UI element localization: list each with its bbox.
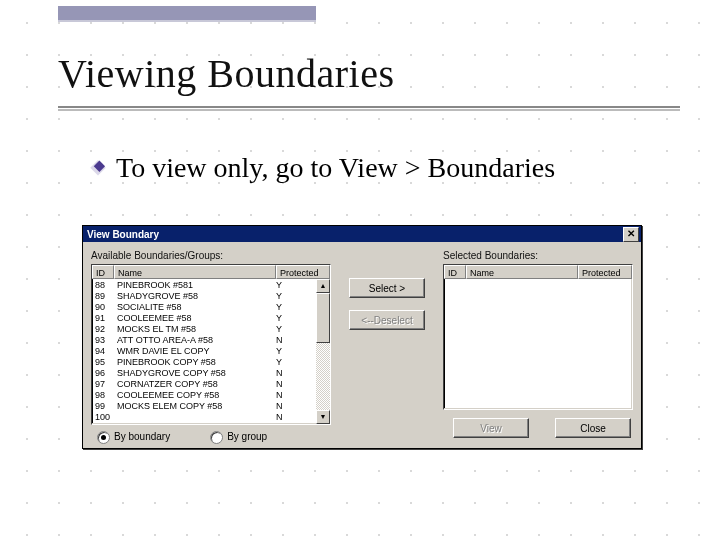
- col-protected[interactable]: Protected: [276, 265, 330, 279]
- col-id[interactable]: ID: [444, 265, 466, 279]
- selected-list-header: ID Name Protected: [444, 265, 632, 279]
- available-listbox[interactable]: ID Name Protected 88PINEBROOK #581Y89SHA…: [91, 264, 331, 425]
- list-item[interactable]: 93ATT OTTO AREA-A #58N: [92, 335, 330, 346]
- list-item[interactable]: 100N: [92, 412, 330, 423]
- list-item[interactable]: 95PINEBROOK COPY #58Y: [92, 357, 330, 368]
- view-boundary-dialog: View Boundary ✕ Available Boundaries/Gro…: [82, 225, 642, 449]
- radio-icon: [97, 431, 110, 444]
- col-name[interactable]: Name: [114, 265, 276, 279]
- scroll-thumb[interactable]: [316, 293, 330, 343]
- dialog-title: View Boundary: [87, 229, 159, 240]
- close-button[interactable]: Close: [555, 418, 631, 438]
- slide-accent-bar: [58, 6, 316, 22]
- list-item[interactable]: 98COOLEEMEE COPY #58N: [92, 390, 330, 401]
- list-item[interactable]: 92MOCKS EL TM #58Y: [92, 324, 330, 335]
- dialog-titlebar: View Boundary ✕: [83, 226, 641, 242]
- list-item[interactable]: 91COOLEEMEE #58Y: [92, 313, 330, 324]
- radio-by-group[interactable]: By group: [210, 431, 267, 444]
- list-item[interactable]: 97CORNATZER COPY #58N: [92, 379, 330, 390]
- selected-label: Selected Boundaries:: [443, 250, 633, 261]
- bullet-item: To view only, go to View > Boundaries: [90, 152, 555, 184]
- radio-by-boundary[interactable]: By boundary: [97, 431, 170, 444]
- close-icon: ✕: [627, 229, 635, 239]
- list-item[interactable]: 99MOCKS ELEM COPY #58N: [92, 401, 330, 412]
- title-underline: [58, 106, 680, 108]
- radio-icon: [210, 431, 223, 444]
- view-button[interactable]: View: [453, 418, 529, 438]
- dialog-close-button[interactable]: ✕: [623, 227, 639, 242]
- scroll-down-icon[interactable]: ▼: [316, 410, 330, 424]
- slide-title: Viewing Boundaries: [58, 50, 395, 97]
- vertical-scrollbar[interactable]: ▲ ▼: [316, 279, 330, 424]
- list-item[interactable]: 96SHADYGROVE COPY #58N: [92, 368, 330, 379]
- available-label: Available Boundaries/Groups:: [91, 250, 331, 261]
- list-item[interactable]: 94WMR DAVIE EL COPYY: [92, 346, 330, 357]
- diamond-bullet-icon: [90, 160, 106, 176]
- col-id[interactable]: ID: [92, 265, 114, 279]
- scroll-up-icon[interactable]: ▲: [316, 279, 330, 293]
- available-list-header: ID Name Protected: [92, 265, 330, 279]
- col-name[interactable]: Name: [466, 265, 578, 279]
- deselect-button[interactable]: <--Deselect: [349, 310, 425, 330]
- bullet-text: To view only, go to View > Boundaries: [116, 152, 555, 184]
- selected-listbox[interactable]: ID Name Protected: [443, 264, 633, 410]
- list-item[interactable]: 89SHADYGROVE #58Y: [92, 291, 330, 302]
- col-protected[interactable]: Protected: [578, 265, 632, 279]
- list-item[interactable]: 88PINEBROOK #581Y: [92, 280, 330, 291]
- list-item[interactable]: 90SOCIALITE #58Y: [92, 302, 330, 313]
- select-button[interactable]: Select >: [349, 278, 425, 298]
